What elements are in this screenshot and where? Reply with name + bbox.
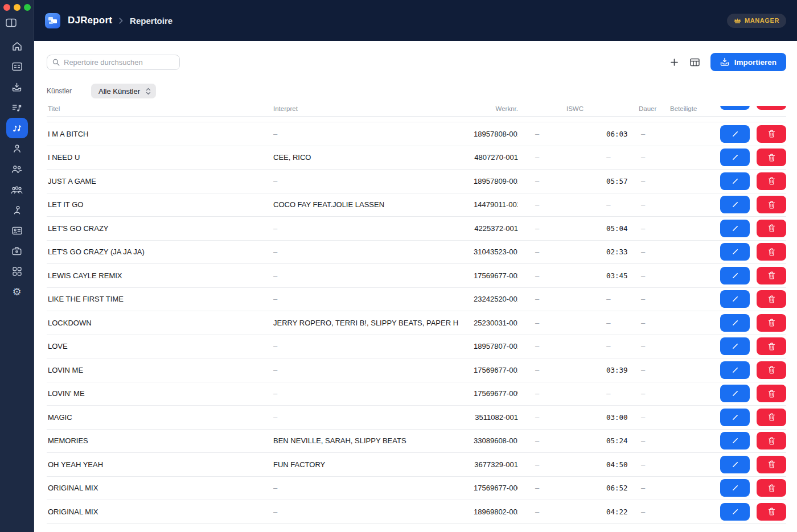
import-button[interactable]: Importieren [710,53,786,71]
cell-interpret: – [273,224,474,233]
minimize-window-button[interactable] [14,4,20,11]
columns-button[interactable] [690,58,700,67]
sidebar-item-apps[interactable] [6,261,28,282]
edit-button[interactable] [720,409,750,426]
delete-button[interactable] [757,361,786,379]
artist-filter-select[interactable]: Alle Künstler [91,84,156,98]
delete-button[interactable] [757,503,786,521]
cell-titel: ORIGINAL MIX [47,484,273,492]
sidebar-toggle-icon[interactable] [6,18,34,27]
table-row-partial [47,117,786,122]
table-row: LET'S GO CRAZY (JA JA JA) – 31043523-001… [47,241,786,265]
sidebar-item-repertoire[interactable] [6,118,28,138]
sidebar-item-import[interactable] [6,77,28,97]
cell-titel: I NEED U [47,153,273,162]
edit-button[interactable] [720,149,750,166]
crown-icon [734,18,741,24]
delete-button[interactable] [757,196,786,213]
repertoire-table: Titel Interpret Werknr. ISWC Dauer Betei… [47,105,786,524]
delete-button[interactable] [757,409,786,426]
edit-button[interactable] [720,267,750,284]
delete-button[interactable] [757,432,786,449]
edit-button[interactable] [720,290,750,308]
delete-button[interactable] [757,125,786,143]
zoom-window-button[interactable] [24,4,31,11]
pencil-icon [732,461,739,468]
edit-button[interactable] [720,432,750,449]
delete-button[interactable] [757,106,786,110]
cell-interpret: – [273,177,474,185]
edit-button[interactable] [720,361,750,379]
delete-button[interactable] [757,243,786,261]
search-input[interactable] [64,58,174,67]
edit-button[interactable] [720,243,750,261]
cell-beteiligte: – [628,484,660,492]
sidebar-item-settings[interactable]: ⚙ [6,282,28,302]
cell-interpret: JERRY ROPERO, TERRI B!, SLIPPY BEATS, PA… [273,319,474,327]
edit-button[interactable] [720,220,750,237]
table-row: ORIGINAL MIX – 18969802-002 – 04:22 – [47,500,786,524]
cell-interpret: FUN FACTORY [273,460,474,469]
cell-beteiligte: – [628,508,660,516]
trash-icon [768,366,775,374]
edit-button[interactable] [720,196,750,213]
delete-button[interactable] [757,149,786,166]
page-content: Importieren Künstler Alle Künstler Titel… [34,41,797,532]
trash-icon [768,271,775,279]
table-row: LET IT GO COCO FAY FEAT.JOLIE LASSEN 144… [47,193,786,217]
delete-button[interactable] [757,337,786,355]
edit-button[interactable] [720,503,750,521]
delete-button[interactable] [757,479,786,497]
breadcrumb: Repertoire [130,16,172,26]
music-notes-icon [12,123,22,133]
sidebar-item-calendar[interactable] [6,56,28,77]
cell-interpret: – [273,508,474,516]
column-header-iswc: ISWC [518,105,590,112]
edit-button[interactable] [720,314,750,332]
delete-button[interactable] [757,385,786,402]
edit-button[interactable] [720,106,750,110]
sidebar-item-artist[interactable] [6,138,28,159]
cell-titel: LOVE [47,342,273,350]
sidebar-item-contacts[interactable] [6,220,28,241]
edit-button[interactable] [720,385,750,402]
edit-button[interactable] [720,456,750,473]
table-row: MAGIC – 3511082-001 – 03:00 – [47,406,786,430]
table-row: LOVIN' ME – 17569677-009 – – – [47,382,786,406]
trash-icon [768,437,775,445]
add-button[interactable] [671,59,678,66]
sidebar-item-audience[interactable] [6,179,28,200]
cell-werknr: 18969802-002 [474,508,518,516]
cell-interpret: – [273,130,474,138]
delete-button[interactable] [757,456,786,473]
cell-dauer: – [590,319,628,327]
delete-button[interactable] [757,290,786,308]
edit-button[interactable] [720,172,750,190]
trash-icon [768,224,775,232]
close-window-button[interactable] [3,4,10,11]
delete-button[interactable] [757,220,786,237]
delete-button[interactable] [757,267,786,284]
trash-icon [768,319,775,327]
sidebar-item-team[interactable] [6,159,28,179]
table-row: LIKE THE FIRST TIME – 23242520-001 – – – [47,288,786,312]
sidebar-item-business[interactable] [6,241,28,261]
table-row: LOVE – 18957807-001 – – – [47,335,786,359]
edit-button[interactable] [720,337,750,355]
calendar-icon [12,62,22,71]
sidebar-item-playlist[interactable] [6,97,28,118]
edit-button[interactable] [720,479,750,497]
cell-dauer: 04:50 [590,460,628,469]
cell-iswc: – [518,508,590,516]
delete-button[interactable] [757,314,786,332]
edit-button[interactable] [720,125,750,143]
cell-iswc: – [518,389,590,398]
cell-dauer: 05:24 [590,436,628,445]
delete-button[interactable] [757,172,786,190]
cell-dauer: – [590,200,628,209]
sidebar-item-dj[interactable] [6,200,28,220]
sidebar-item-home[interactable] [6,36,28,56]
cell-werknr: 3511082-001 [474,413,518,422]
table-row: MEMORIES BEN NEVILLE, SARAH, SLIPPY BEAT… [47,430,786,453]
app-logo [45,13,60,28]
